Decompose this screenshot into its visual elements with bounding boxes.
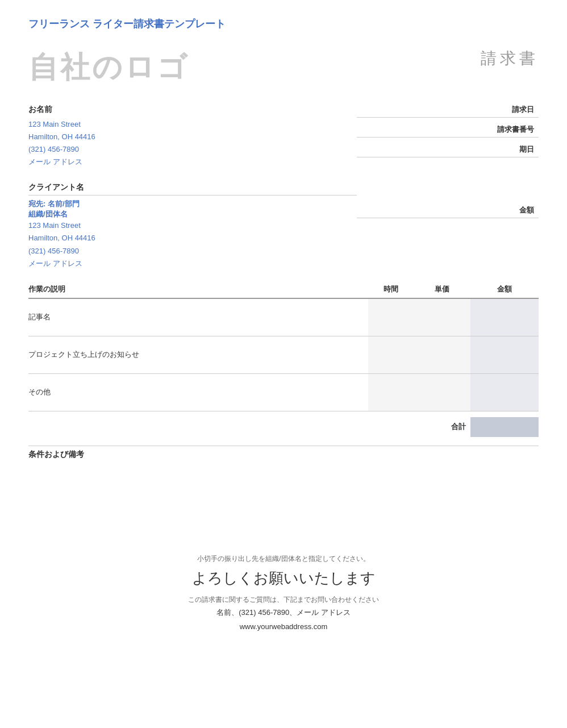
row2-hours <box>368 336 414 373</box>
footer-section: 小切手の振り出し先を組織/団体名と指定してください。 よろしくお願いいたします … <box>28 543 539 631</box>
sender-info: お名前 123 Main Street Hamilton, OH 44416 (… <box>28 105 357 168</box>
client-org: 組織/団体名 <box>28 209 357 219</box>
client-address2: Hamilton, OH 44416 <box>28 232 357 244</box>
total-label: 合計 <box>414 417 470 437</box>
col-amount-header: 金額 <box>470 284 539 294</box>
row3-rate <box>414 374 470 411</box>
notes-content <box>28 463 539 509</box>
client-attention: 宛先: 名前/部門 <box>28 199 357 209</box>
sender-address1: 123 Main Street <box>28 118 357 131</box>
invoice-number-row: 請求書番号 <box>357 124 539 138</box>
header-section: 自社のロゴ 請求書 <box>28 48 539 88</box>
table-section: 作業の説明 時間 単価 金額 記事名 プロジェクト立ち上げのお知らせ その他 <box>28 284 539 411</box>
row2-desc: プロジェクト立ち上げのお知らせ <box>28 344 368 365</box>
sender-label: お名前 <box>28 105 357 115</box>
row2-amount <box>470 336 539 373</box>
row3-hours <box>368 374 414 411</box>
footer-thanks: よろしくお願いいたします <box>28 568 539 588</box>
table-row: その他 <box>28 374 539 411</box>
invoice-meta: 請求日 請求書番号 期日 <box>357 105 539 168</box>
due-date-label: 期日 <box>357 144 539 155</box>
amount-label: 金額 <box>357 205 539 215</box>
sender-address2: Hamilton, OH 44416 <box>28 131 357 143</box>
sender-details: 123 Main Street Hamilton, OH 44416 (321)… <box>28 118 357 168</box>
info-section: お名前 123 Main Street Hamilton, OH 44416 (… <box>28 105 539 168</box>
footer-contact-note: この請求書に関するご質問は、下記までお問い合わせください <box>28 595 539 605</box>
total-value <box>470 417 539 437</box>
page-title: フリーランス ライター請求書テンプレート <box>28 17 539 31</box>
row1-desc: 記事名 <box>28 306 368 328</box>
col-desc-header: 作業の説明 <box>28 284 368 294</box>
row1-hours <box>368 299 414 336</box>
total-row: 合計 <box>28 417 539 437</box>
col-rate-header: 単価 <box>414 284 470 294</box>
client-email: メール アドレス <box>28 257 357 270</box>
row3-desc: その他 <box>28 381 368 403</box>
invoice-date-label: 請求日 <box>357 105 539 115</box>
row3-amount <box>470 374 539 411</box>
col-hours-header: 時間 <box>368 284 414 294</box>
table-row: プロジェクト立ち上げのお知らせ <box>28 336 539 374</box>
client-detail: 123 Main Street Hamilton, OH 44416 (321)… <box>28 219 357 269</box>
table-header: 作業の説明 時間 単価 金額 <box>28 284 539 299</box>
amount-section: 金額 <box>357 182 539 269</box>
footer-website: www.yourwebaddress.com <box>28 622 539 631</box>
client-info: クライアント名 宛先: 名前/部門 組織/団体名 123 Main Street… <box>28 182 357 269</box>
sender-email: メール アドレス <box>28 156 357 168</box>
client-phone: (321) 456-7890 <box>28 245 357 257</box>
client-section: クライアント名 宛先: 名前/部門 組織/団体名 123 Main Street… <box>28 182 539 269</box>
invoice-title: 請求書 <box>481 48 539 69</box>
sender-phone: (321) 456-7890 <box>28 143 357 156</box>
table-row: 記事名 <box>28 299 539 336</box>
notes-label: 条件および備考 <box>28 450 539 460</box>
client-label: クライアント名 <box>28 182 357 195</box>
invoice-number-label: 請求書番号 <box>357 124 539 135</box>
due-date-row: 期日 <box>357 144 539 157</box>
row2-rate <box>414 336 470 373</box>
logo-placeholder: 自社のロゴ <box>28 48 189 88</box>
amount-row: 金額 <box>357 205 539 218</box>
row1-rate <box>414 299 470 336</box>
invoice-date-row: 請求日 <box>357 105 539 118</box>
client-address1: 123 Main Street <box>28 219 357 232</box>
row1-amount <box>470 299 539 336</box>
notes-section: 条件および備考 <box>28 446 539 509</box>
footer-check-note: 小切手の振り出し先を組織/団体名と指定してください。 <box>28 554 539 564</box>
footer-contact-detail: 名前、(321) 456-7890、メール アドレス <box>28 608 539 618</box>
